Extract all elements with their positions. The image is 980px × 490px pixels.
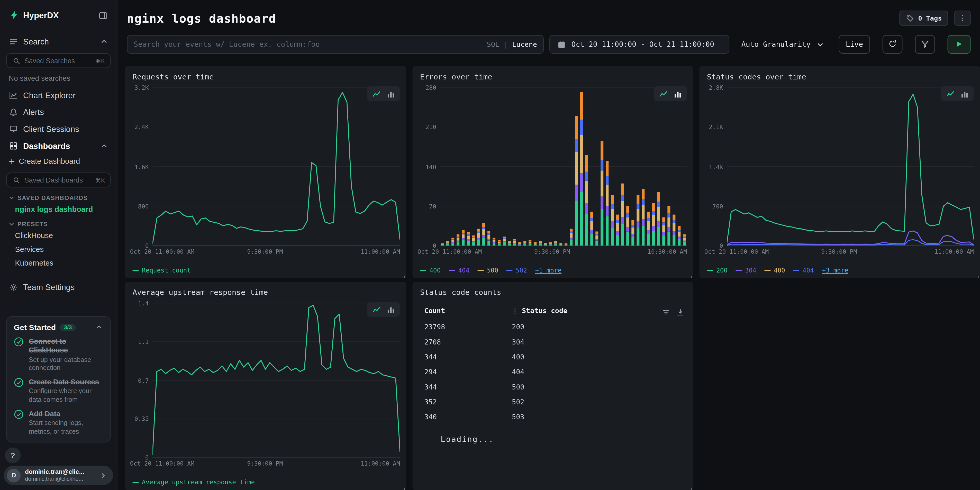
chart-legend: Average upstream response time: [132, 479, 255, 486]
refresh-button[interactable]: [883, 35, 903, 54]
step-subtitle: Configure where your data comes from: [29, 387, 103, 404]
table-row[interactable]: 2708304: [422, 334, 684, 349]
create-dashboard-button[interactable]: Create Dashboard: [0, 154, 117, 168]
bar-chart-icon[interactable]: [386, 89, 395, 98]
y-tick-label: 0.35: [134, 415, 149, 422]
chart-type-toggle[interactable]: [654, 86, 687, 101]
legend-item: 200: [707, 267, 727, 274]
resize-handle[interactable]: [687, 272, 692, 277]
chart-canvas[interactable]: [727, 88, 974, 245]
dashboard-more-button[interactable]: ⋮: [954, 11, 970, 25]
saved-dashboards-input[interactable]: ⌘K: [6, 172, 111, 188]
get-started-step-add-data[interactable]: Add Data Start sending logs, metrics, or…: [14, 409, 103, 436]
bar-chart-icon[interactable]: [386, 305, 395, 313]
line-chart-icon[interactable]: [372, 89, 381, 98]
chart-type-toggle[interactable]: [367, 86, 400, 101]
panel-avg-upstream-response-time: Average upstream response time 1.41.10.7…: [125, 282, 406, 490]
sidebar-item-team-settings[interactable]: Team Settings: [0, 279, 117, 296]
sidebar-item-dashboards[interactable]: Dashboards: [0, 138, 117, 154]
chart-type-toggle[interactable]: [367, 302, 400, 317]
event-search-box[interactable]: SQL | Lucene: [127, 35, 544, 54]
sidebar-item-label: Chart Explorer: [23, 91, 76, 100]
chart-canvas[interactable]: [440, 88, 687, 245]
sidebar-item-chart-explorer[interactable]: Chart Explorer: [0, 87, 117, 104]
legend-swatch: [793, 270, 800, 271]
check-circle-icon: [14, 409, 24, 419]
play-icon: [956, 40, 963, 49]
table-cell: 400: [509, 349, 684, 364]
table-row[interactable]: 23798200: [422, 319, 684, 334]
chart-canvas[interactable]: [153, 88, 400, 245]
table-row[interactable]: 344500: [422, 379, 684, 395]
resize-handle[interactable]: [400, 272, 405, 277]
download-icon[interactable]: [676, 308, 684, 317]
saved-searches-field[interactable]: [24, 57, 92, 64]
filter-button[interactable]: [915, 35, 935, 54]
legend-item: 500: [478, 267, 498, 274]
sidebar-collapse-icon[interactable]: [98, 10, 108, 20]
y-tick-label: 2.4K: [134, 124, 149, 130]
live-button[interactable]: Live: [839, 35, 870, 54]
table-cell: 294: [422, 364, 509, 379]
date-range-picker[interactable]: Oct 20 11:00:00 - Oct 21 11:00:00: [549, 35, 729, 54]
granularity-select[interactable]: Auto Granularity: [735, 35, 830, 54]
user-menu[interactable]: D dominic.tran@clic... dominic.tran@clic…: [4, 466, 113, 485]
bar-chart-icon[interactable]: [673, 89, 682, 98]
get-started-step-sources[interactable]: Create Data Sources Configure where your…: [14, 377, 103, 404]
sidebar-preset-kubernetes[interactable]: Kubernetes: [0, 256, 117, 270]
event-search-input[interactable]: [134, 40, 482, 49]
legend-more-link[interactable]: +1 more: [535, 267, 562, 274]
column-header-count[interactable]: Count: [422, 303, 509, 319]
line-chart-icon[interactable]: [659, 89, 667, 98]
sidebar-item-client-sessions[interactable]: Client Sessions: [0, 121, 117, 138]
group-saved-dashboards[interactable]: SAVED DASHBOARDS: [0, 190, 117, 202]
plus-icon: [9, 158, 15, 164]
get-started-header[interactable]: Get Started 3/3: [14, 323, 103, 332]
granularity-value: Auto Granularity: [741, 40, 811, 49]
check-circle-icon: [14, 377, 24, 387]
resize-handle[interactable]: [687, 484, 692, 489]
lucene-toggle[interactable]: Lucene: [512, 40, 537, 49]
table-row[interactable]: 352502: [422, 395, 684, 409]
legend-item: Average upstream response time: [132, 479, 255, 486]
help-button[interactable]: ?: [5, 447, 21, 463]
table-row[interactable]: 344400: [422, 349, 684, 364]
column-header-status-code[interactable]: ⋮Status code: [509, 303, 684, 319]
chart-type-toggle[interactable]: [941, 86, 974, 101]
run-query-button[interactable]: [948, 35, 971, 54]
saved-dashboards-field[interactable]: [24, 177, 92, 184]
brand[interactable]: HyperDX: [9, 10, 59, 20]
sidebar-dashboard-link-nginx[interactable]: nginx logs dashboard: [0, 202, 117, 216]
tags-button[interactable]: 0 Tags: [899, 11, 948, 25]
resize-handle[interactable]: [400, 484, 405, 489]
calendar-icon: [557, 40, 566, 49]
table-cell: 404: [509, 364, 684, 379]
legend-item: 404: [449, 267, 469, 274]
get-started-step-connect[interactable]: Connect to ClickHouse Set up your databa…: [14, 337, 103, 372]
bar-chart-icon[interactable]: [960, 89, 969, 98]
x-axis: Oct 20 11:00:00 AM9:30:00 PM11:00:00 AM: [705, 245, 974, 256]
chart-canvas[interactable]: [153, 303, 400, 457]
legend-swatch: [478, 270, 484, 271]
divider: |: [504, 40, 508, 49]
filter-columns-icon[interactable]: [662, 308, 670, 317]
sidebar-item-alerts[interactable]: Alerts: [0, 104, 117, 121]
sidebar-preset-services[interactable]: Services: [0, 242, 117, 256]
line-chart-icon[interactable]: [945, 89, 954, 98]
sidebar-section-search[interactable]: Search: [0, 31, 117, 49]
table-row[interactable]: 294404: [422, 364, 684, 379]
loading-indicator: Loading...: [441, 434, 684, 444]
saved-searches-input[interactable]: ⌘K: [6, 53, 111, 68]
line-chart-icon[interactable]: [372, 305, 381, 313]
legend-more-link[interactable]: +3 more: [822, 267, 848, 274]
group-presets[interactable]: PRESETS: [0, 216, 117, 229]
resize-handle[interactable]: [974, 272, 979, 277]
drag-handle-icon[interactable]: ⋮: [512, 307, 518, 314]
table-cell: 503: [509, 409, 684, 424]
sidebar-preset-clickhouse[interactable]: ClickHouse: [0, 229, 117, 242]
y-tick-label: 800: [138, 202, 149, 210]
table-row[interactable]: 340503: [422, 409, 684, 424]
create-dashboard-label: Create Dashboard: [19, 157, 80, 165]
legend-swatch: [132, 270, 138, 271]
sql-toggle[interactable]: SQL: [487, 40, 499, 49]
